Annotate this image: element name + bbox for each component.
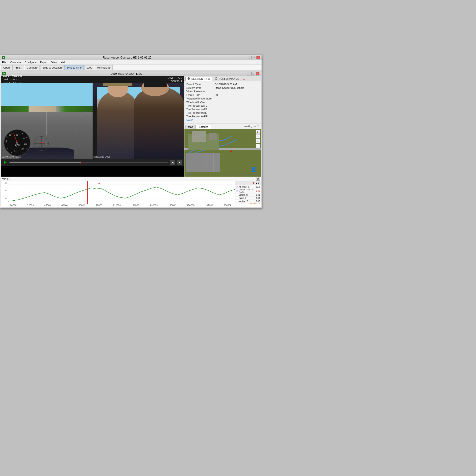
channel-up-arrow: ▲ xyxy=(255,182,257,185)
y-label-30: 30 xyxy=(1,189,8,192)
play-icon xyxy=(4,161,7,164)
graph-header: MPH G W xyxy=(1,177,261,181)
graph-w-button[interactable]: W xyxy=(255,177,260,181)
graph-area[interactable]: 52 30 15 xyxy=(1,181,261,204)
progress-bar[interactable] xyxy=(10,162,168,163)
minimize-button[interactable]: _ xyxy=(248,56,252,59)
svg-text:5g: 5g xyxy=(42,140,44,142)
menu-configure[interactable]: Configure xyxy=(24,60,37,64)
last-time: --:--.-- xyxy=(11,78,17,81)
info-row-notes: Notes xyxy=(186,119,259,121)
x-label-6: 11200ft xyxy=(113,204,121,207)
map-building-1 xyxy=(192,131,206,142)
loop-button[interactable]: Loop xyxy=(84,65,94,70)
channel-latitude-checkbox[interactable] xyxy=(236,203,238,204)
channel-row-latitude: Latitude 39.037619 xyxy=(235,203,261,204)
toolbar: Open Print... Compare Sync to Location S… xyxy=(0,65,262,71)
video-panel: Lap 1 05:38.53 Last --:--.-- Best 1 13:0… xyxy=(1,76,184,177)
app-window: R Race-Keeper Comparo HD 1.02.01.25 _ □ … xyxy=(0,55,262,208)
menu-view[interactable]: View xyxy=(50,60,58,64)
channel-vertical-g-checkbox[interactable] xyxy=(236,200,238,202)
maximize-button[interactable]: □ xyxy=(252,56,256,59)
y-label-15: 15 xyxy=(1,197,8,200)
google-logo: Google xyxy=(186,173,192,176)
open-button[interactable]: Open xyxy=(1,65,12,70)
main-content: R 2019_0510_041554_116A _ □ ✕ Lap 1 xyxy=(0,71,262,208)
notes-link[interactable]: Notes xyxy=(186,119,193,121)
svg-text:MPH: MPH xyxy=(15,144,19,146)
menu-file[interactable]: File xyxy=(1,60,7,64)
svg-text:140: 140 xyxy=(14,150,17,152)
map-tab-map[interactable]: Map xyxy=(186,125,196,129)
map-person-icon: 👤 xyxy=(251,167,256,172)
channel-inline-g-checkbox[interactable] xyxy=(236,197,238,199)
channel-lateral-g-checkbox[interactable] xyxy=(236,194,238,196)
zoom-out-button[interactable]: − xyxy=(255,144,260,148)
compare-button[interactable]: Compare xyxy=(25,65,40,70)
sync-location-button[interactable]: Sync to Location xyxy=(40,65,64,70)
channel-mph-checkbox[interactable]: ✓ xyxy=(236,186,238,188)
video-date: 10/05/2019 xyxy=(167,80,182,83)
graph-title: MPH G xyxy=(2,178,255,180)
info-row-system: System Type Road-Keeper dual 1080p xyxy=(186,86,259,89)
sub-close-button[interactable]: ✕ xyxy=(255,72,259,75)
sub-window: R 2019_0510_041554_116A _ □ ✕ Lap 1 xyxy=(1,71,261,208)
road-center-line xyxy=(46,112,47,136)
window-controls: _ □ ✕ xyxy=(248,56,260,59)
channel-lat-inline-label: Lateral + Inline G (Math) xyxy=(239,189,255,193)
x-label-7: 12800ft xyxy=(131,204,139,207)
channel-row-lateral-g: Lateral G 0.43 xyxy=(235,193,261,197)
menu-compare[interactable]: Compare xyxy=(9,60,22,64)
menu-bar: File Compare Configure Export View Help xyxy=(0,60,262,65)
print-button[interactable]: Print... xyxy=(12,65,24,70)
channel-red-marker: 1 xyxy=(253,182,255,185)
x-label-10: 17600ft xyxy=(187,204,194,207)
x-label-5: 9600ft xyxy=(96,204,102,207)
channel-inline-g-label: Inline G xyxy=(239,197,255,199)
channel-row-lateral-inline: ✓ Lateral + Inline G (Math) 0.46 xyxy=(235,188,261,193)
expand-map-button[interactable]: ⤢ xyxy=(255,134,260,138)
x-label-11: 19200ft xyxy=(205,204,213,207)
channel-header: 1 ▲ ▼ xyxy=(235,181,261,186)
x-label-1: 3200ft xyxy=(27,204,34,207)
channel-lateral-g-value: 0.43 xyxy=(255,194,260,196)
channel-row-vertical-g: Vertical G -0.02 xyxy=(235,200,261,203)
sub-minimize-button[interactable]: _ xyxy=(247,72,251,75)
speedo-svg: 60 80 100 120 140 20 0 40 xyxy=(3,129,32,157)
zoom-in-button[interactable]: + xyxy=(255,139,260,143)
app-icon: R xyxy=(2,56,5,59)
play-button[interactable] xyxy=(3,160,8,165)
channel-down-arrow: ▼ xyxy=(257,182,260,185)
map-tab-satellite[interactable]: Satellite xyxy=(196,125,211,129)
performance-radio xyxy=(215,77,217,80)
person-right xyxy=(134,87,184,159)
moving-map-button[interactable]: MovingMap xyxy=(95,65,113,70)
svg-text:1g: 1g xyxy=(45,143,47,144)
channel-row-inline-g: Inline G 0.03 xyxy=(235,197,261,200)
sub-maximize-button[interactable]: □ xyxy=(251,72,255,75)
tab-session-info[interactable]: SESSION INFO xyxy=(186,77,212,81)
tracking-toggle-button[interactable]: ⊕ xyxy=(255,130,260,134)
info-row-tire-rr: Tire Pressures/RR xyxy=(186,115,259,118)
next-frame-button[interactable]: ▶ xyxy=(177,160,182,165)
app-title: Race-Keeper Comparo HD 1.02.01.25 xyxy=(6,56,248,59)
progress-marker xyxy=(81,161,81,164)
info-panel: SESSION INFO PERFORMANCE 1 Date & Time 5… xyxy=(184,76,261,177)
channel-latitude-value: 39.037619 xyxy=(250,203,260,204)
prev-frame-button[interactable]: ◀ xyxy=(170,160,175,165)
info-row-weather-dry: Weather/Dry/Wet xyxy=(186,101,259,103)
svg-text:0: 0 xyxy=(6,140,7,142)
graph-svg xyxy=(8,181,235,204)
close-button[interactable]: ✕ xyxy=(256,56,260,59)
info-row-weather-temp: Weather/Temperature xyxy=(186,97,259,100)
channel-lat-inline-checkbox[interactable]: ✓ xyxy=(236,190,238,192)
sync-time-button[interactable]: Sync to Time xyxy=(64,65,84,70)
y-axis-labels: 52 30 15 xyxy=(1,181,8,200)
progress-fill xyxy=(10,162,81,163)
channel-lateral-g-label: Lateral G xyxy=(239,194,255,196)
menu-export[interactable]: Export xyxy=(39,60,49,64)
map-controls: ⊕ ⤢ + − xyxy=(255,130,260,148)
tab-performance[interactable]: PERFORMANCE xyxy=(213,77,241,81)
menu-help[interactable]: Help xyxy=(60,60,67,64)
map-display[interactable]: 👤 ⊕ ⤢ + − Google Map Data Terms of Use R… xyxy=(185,129,261,177)
